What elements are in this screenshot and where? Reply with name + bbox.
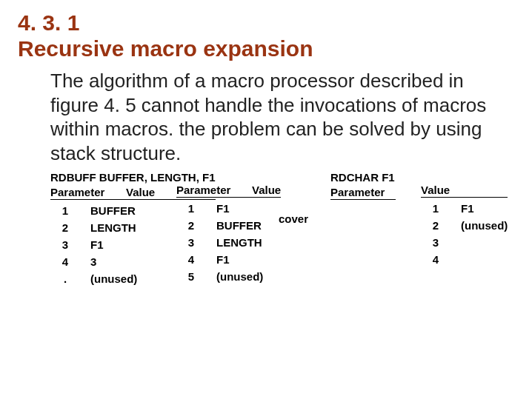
- table-row: 4F1: [176, 253, 281, 266]
- heading-number: 4. 3. 1: [18, 10, 79, 35]
- table-header: Value: [421, 184, 508, 198]
- table-row: 1F1: [176, 202, 281, 215]
- col-parameter: Parameter: [50, 186, 116, 198]
- table-3: RDCHAR F1 Parameter: [330, 171, 396, 200]
- table-row: 1F1: [421, 202, 508, 215]
- body-paragraph: The algorithm of a macro processor descr…: [50, 69, 496, 165]
- table-row: 2(unused): [421, 219, 508, 232]
- table-row: 3LENGTH: [176, 236, 281, 249]
- section-heading: 4. 3. 1 Recursive macro expansion: [18, 10, 514, 61]
- table-row: 5(unused): [176, 270, 281, 283]
- cover-label: cover: [279, 212, 308, 225]
- table-4: Value 1F1 2(unused) 3 4: [421, 181, 508, 266]
- table-row: 4: [421, 253, 508, 266]
- col-value: Value: [421, 184, 486, 196]
- col-value: Value: [252, 184, 281, 196]
- table-header: Parameter Value: [176, 184, 281, 198]
- table-row: 2BUFFER: [176, 219, 281, 232]
- col-parameter: Parameter: [176, 184, 242, 196]
- invocation-2: RDCHAR F1: [330, 171, 396, 184]
- table-header: Parameter: [330, 186, 396, 200]
- col-parameter: Parameter: [330, 186, 396, 198]
- heading-title: Recursive macro expansion: [18, 36, 313, 61]
- table-2: Parameter Value 1F1 2BUFFER 3LENGTH 4F1 …: [176, 181, 281, 283]
- slide: 4. 3. 1 Recursive macro expansion The al…: [0, 0, 532, 181]
- table-row: 3: [421, 236, 508, 249]
- col-value: Value: [126, 186, 155, 198]
